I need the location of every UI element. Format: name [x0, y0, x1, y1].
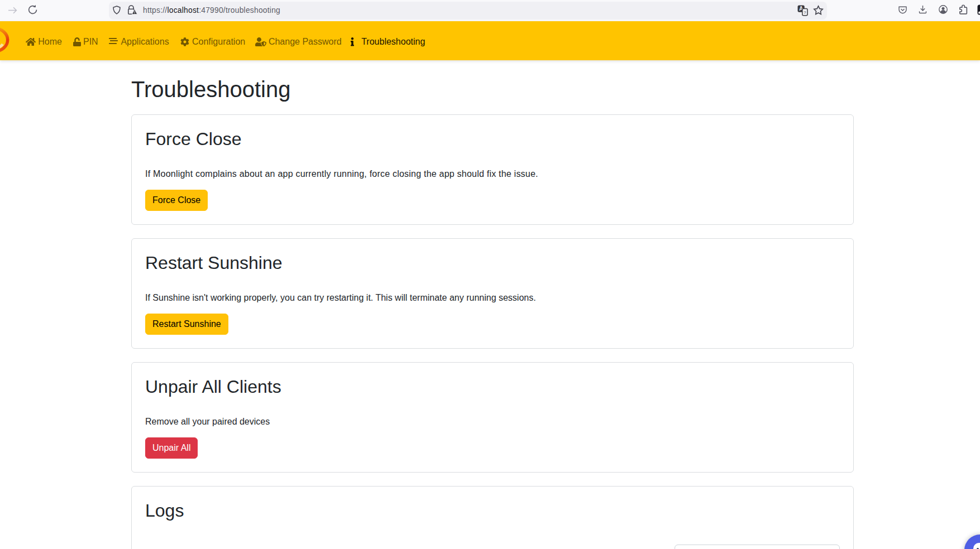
- svg-text:?: ?: [804, 10, 806, 15]
